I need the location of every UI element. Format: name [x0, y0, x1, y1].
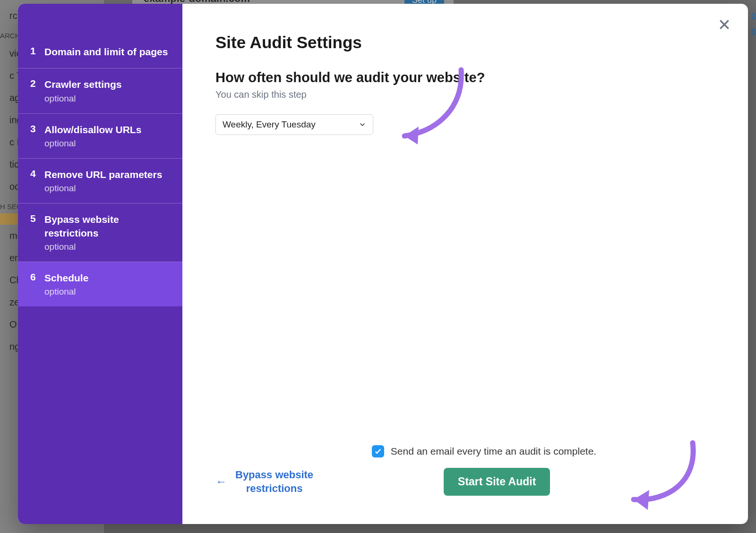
schedule-select[interactable]: Weekly, Every Tuesday — [215, 114, 373, 135]
email-notify-row: Send an email every time an audit is com… — [372, 445, 596, 457]
step-subtitle: optional — [44, 93, 121, 104]
schedule-question: How often should we audit your website? — [215, 70, 715, 85]
back-to-bypass-link[interactable]: ← Bypass website restrictions — [215, 468, 313, 496]
step-title: Allow/disallow URLs — [44, 123, 141, 136]
chevron-down-icon — [359, 121, 366, 128]
close-icon — [717, 17, 731, 32]
step-title: Bypass website restrictions — [44, 213, 170, 240]
arrow-left-icon: ← — [215, 474, 227, 489]
step-crawler-settings[interactable]: 2 Crawler settings optional — [18, 68, 182, 113]
site-audit-settings-modal: 1 Domain and limit of pages 2 Crawler se… — [18, 4, 748, 524]
start-site-audit-button[interactable]: Start Site Audit — [444, 468, 550, 496]
step-subtitle: optional — [44, 287, 88, 297]
bg-stat: 3 — [751, 26, 756, 37]
step-allow-disallow-urls[interactable]: 3 Allow/disallow URLs optional — [18, 114, 182, 159]
step-number: 6 — [30, 271, 44, 297]
modal-title: Site Audit Settings — [215, 33, 715, 52]
step-number: 1 — [30, 45, 44, 59]
step-title: Domain and limit of pages — [44, 45, 168, 59]
step-title: Remove URL parameters — [44, 168, 162, 181]
step-bypass-restrictions[interactable]: 5 Bypass website restrictions optional — [18, 203, 182, 262]
bg-stat: 3 — [751, 11, 756, 22]
step-number: 3 — [30, 123, 44, 149]
skip-hint: You can skip this step — [215, 89, 715, 100]
step-subtitle: optional — [44, 242, 170, 252]
back-link-line2: restrictions — [246, 482, 303, 496]
step-title: Schedule — [44, 271, 88, 285]
step-number: 2 — [30, 78, 44, 103]
email-notify-checkbox[interactable] — [372, 445, 384, 457]
footer-actions: ← Bypass website restrictions Start Site… — [215, 468, 715, 496]
step-schedule[interactable]: 6 Schedule optional — [18, 262, 182, 306]
step-remove-url-params[interactable]: 4 Remove URL parameters optional — [18, 159, 182, 203]
schedule-selected-value: Weekly, Every Tuesday — [223, 119, 316, 130]
step-number: 5 — [30, 213, 44, 252]
settings-content-pane: Site Audit Settings How often should we … — [182, 4, 748, 524]
step-domain-limit[interactable]: 1 Domain and limit of pages — [18, 36, 182, 68]
email-notify-label: Send an email every time an audit is com… — [391, 446, 596, 457]
step-subtitle: optional — [44, 183, 162, 194]
step-number: 4 — [30, 168, 44, 194]
back-link-line1: Bypass website — [235, 468, 313, 482]
close-button[interactable] — [714, 14, 735, 35]
step-title: Crawler settings — [44, 78, 121, 91]
step-subtitle: optional — [44, 138, 141, 149]
check-icon — [374, 447, 382, 456]
modal-footer: Send an email every time an audit is com… — [215, 445, 715, 505]
settings-step-nav: 1 Domain and limit of pages 2 Crawler se… — [18, 4, 182, 524]
